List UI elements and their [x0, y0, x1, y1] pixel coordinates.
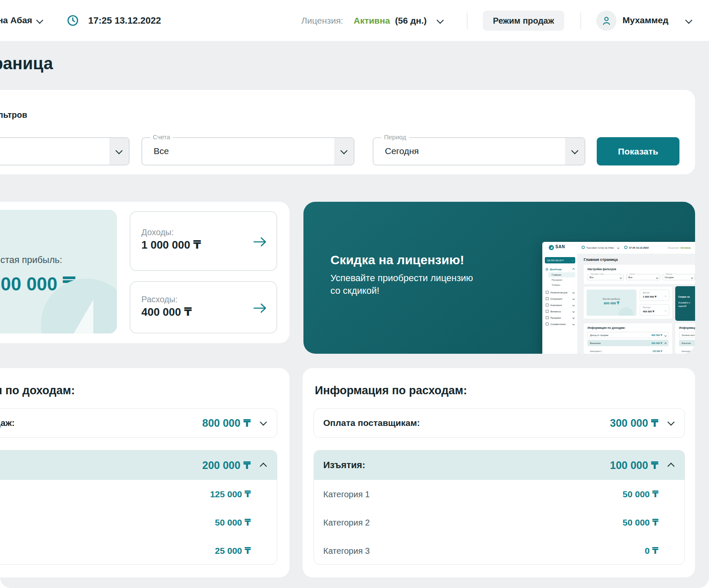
preview-time: 17:25 13.12.2022: [629, 247, 649, 249]
preview-profit-card: Чистая прибыль: 600 000 ₸: [587, 290, 636, 316]
preview-nav-dashboard: Дэшборд: [542, 266, 578, 272]
nav-item-icon: [546, 316, 549, 319]
nav-item-icon: [546, 310, 549, 313]
logo-watermark: [619, 307, 633, 316]
license-days: (56 дн.): [395, 16, 427, 26]
expense-stat-label: Расходы:: [141, 295, 178, 304]
username[interactable]: Мухаммед: [622, 15, 668, 25]
chevron-down-icon: [341, 147, 348, 154]
clock-icon: [624, 246, 628, 249]
san-logo-icon: [549, 245, 554, 250]
income-group-box: Внесения: 200 000 ₸ Категория 1 125 000 …: [0, 450, 277, 565]
chevron-down-icon[interactable]: [668, 418, 675, 425]
expenses-category-row: Категория 2 50 000 ₸: [314, 508, 685, 537]
arrow-right-icon[interactable]: [253, 303, 267, 314]
divider: [580, 13, 581, 29]
income-category-row: Категория 3 25 000 ₸: [0, 537, 277, 565]
chevron-down-icon[interactable]: [36, 17, 43, 24]
divider: [467, 13, 468, 29]
income-heading: Информация по доходам:: [0, 384, 75, 397]
dashboard-icon: [546, 268, 548, 271]
select-chevron-area[interactable]: [109, 138, 129, 165]
income-category-row: Категория 2 50 000 ₸: [0, 508, 277, 537]
current-datetime: 17:25 13.12.2022: [88, 15, 161, 26]
income-category-row: Категория 1 125 000 ₸: [0, 480, 277, 508]
preview-nav-items: Номенклатура Операции Компания Финансы: [542, 289, 578, 327]
chevron-up-icon[interactable]: [668, 463, 675, 470]
filters-section-label: Настройка фильтров: [0, 110, 27, 120]
show-button[interactable]: Показать: [597, 137, 679, 165]
nav-item-icon: [546, 297, 549, 300]
avatar[interactable]: [596, 11, 617, 31]
promo-banner[interactable]: Скидка на лицензию! Успевайте приобрести…: [303, 202, 695, 354]
banner-app-preview: SAN Торговая точка на Абая 17:25 13.12.2…: [542, 242, 695, 354]
income-row-sales[interactable]: Доход от продаж: 800 000 ₸: [0, 408, 277, 438]
logo-watermark: [40, 278, 117, 333]
expenses-row-suppliers[interactable]: Оплата поставщикам: 300 000 ₸: [314, 408, 685, 438]
net-profit-card: Чистая прибыль: 600 000 ₸: [0, 210, 117, 333]
select-chevron-area[interactable]: [565, 138, 585, 165]
license-status: Активна: [354, 16, 390, 26]
income-stat-card: Доходы: 1 000 000 ₸: [130, 211, 277, 271]
chevron-up-icon[interactable]: [260, 463, 267, 470]
overview-card: Чистая прибыль: 600 000 ₸ Доходы: 1 000 …: [0, 202, 290, 343]
user-icon: [601, 16, 612, 26]
nav-item-icon: [546, 291, 549, 294]
expenses-info-card: Информация по расходам: Оплата поставщик…: [303, 368, 695, 577]
expenses-category-row: Категория 3 0 ₸: [314, 537, 685, 565]
accounts-filter-select[interactable]: Счета Все: [141, 137, 354, 165]
field-label: Период: [382, 133, 409, 141]
preview-income-card: Информация по доходам: Доход от продаж: …: [584, 323, 672, 354]
preview-page-title: Главная страница: [584, 257, 618, 262]
income-info-card: Информация по доходам: Доход от продаж: …: [0, 368, 290, 577]
filters-card: Настройка фильтров Счета Все Период Сего…: [0, 90, 695, 174]
field-value: Все: [154, 146, 169, 156]
preview-store: Торговая точка на Абая: [586, 247, 614, 249]
store-selector-label[interactable]: Торговая точка на Абая: [0, 15, 32, 25]
income-group-header[interactable]: Внесения: 200 000 ₸: [0, 450, 277, 480]
expense-stat-card: Расходы: 400 000 ₸: [130, 281, 277, 333]
sales-mode-button[interactable]: Режим продаж: [483, 11, 564, 31]
chevron-down-icon: [116, 147, 123, 154]
banner-title: Скидка на лицензию!: [330, 253, 464, 267]
arrow-right-icon: →: [664, 309, 667, 312]
preview-balance-button: 100 500 000,00 ₸›: [545, 257, 575, 263]
chevron-down-icon[interactable]: [685, 17, 693, 24]
page-title: Главная страница: [0, 54, 53, 73]
app-screen: Торговая точка на Абая 17:25 13.12.2022 …: [0, 0, 709, 588]
select-chevron-area[interactable]: [334, 138, 354, 165]
expenses-group-header[interactable]: Изъятия: 100 000 ₸: [314, 450, 685, 480]
chevron-down-icon[interactable]: [437, 17, 444, 24]
top-bar: Торговая точка на Абая 17:25 13.12.2022 …: [0, 0, 709, 41]
license-label: Лицензия:: [301, 16, 343, 26]
chevron-down-icon[interactable]: [260, 418, 267, 425]
period-filter-select[interactable]: Период Сегодня: [373, 137, 585, 165]
preview-license-label: Лицензия:: [668, 247, 679, 249]
expense-stat-value: 400 000 ₸: [141, 306, 192, 319]
preview-topbar: SAN Торговая точка на Абая 17:25 13.12.2…: [542, 242, 695, 254]
preview-overview-card: Чистая прибыль: 600 000 ₸ Доходы: 1 000 …: [584, 287, 672, 319]
san-logo-text: SAN: [555, 244, 565, 249]
preview-sidebar: 100 500 000,00 ₸› Дэшборд ГлавнаяПродажи…: [542, 254, 578, 354]
chevron-down-icon: [571, 147, 579, 154]
preview-filters-card: Настройка фильтров Торговая точкаВсе Сче…: [584, 265, 695, 284]
preview-nav-sub: ГлавнаяПродажиТовары: [548, 272, 575, 287]
chevron-down-icon: [617, 247, 620, 249]
net-profit-label: Чистая прибыль:: [0, 255, 62, 266]
preview-license-status: Активна: [680, 247, 691, 249]
nav-item-icon: [546, 303, 549, 306]
nav-item-icon: [546, 322, 549, 325]
store-filter-select[interactable]: [0, 137, 130, 165]
income-stat-label: Доходы:: [141, 228, 174, 237]
expenses-category-row: Категория 1 50 000 ₸: [314, 480, 685, 508]
income-stat-value: 1 000 000 ₸: [141, 238, 201, 252]
field-label: Счета: [150, 133, 173, 141]
banner-subtitle: Успевайте приобрести лицензию со скдикой…: [330, 272, 473, 297]
field-value: Сегодня: [385, 146, 419, 156]
arrow-right-icon[interactable]: [253, 236, 267, 247]
preview-main: Главная страница Настройка фильтров Торг…: [578, 254, 695, 354]
preview-expenses-card: Информация по расходам: Оплата поставщик…: [675, 323, 695, 354]
preview-promo-banner: Скидка на Успевайте п скдикой!: [675, 286, 695, 321]
clock-icon: [67, 15, 78, 26]
expenses-group-box: Изъятия: 100 000 ₸ Категория 1 50 000 ₸ …: [314, 450, 685, 565]
